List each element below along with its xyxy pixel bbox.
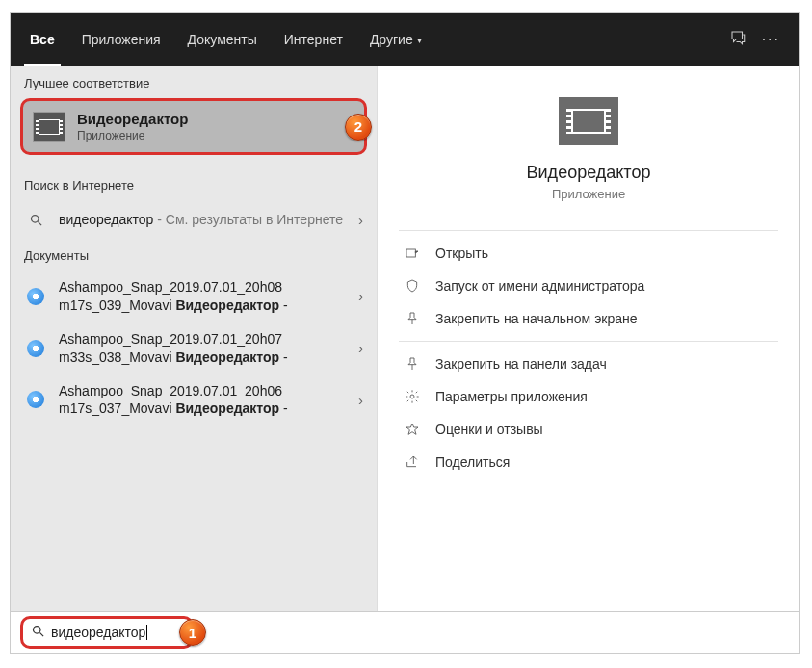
annotation-badge-1: 1 xyxy=(179,619,206,646)
search-icon xyxy=(31,624,45,642)
search-bar: видеоредактор 1 xyxy=(11,611,799,653)
document-item[interactable]: Ashampoo_Snap_2019.07.01_20h07 m33s_038_… xyxy=(11,322,377,374)
detail-title: Видеоредактор xyxy=(527,163,651,183)
search-panel: Все Приложения Документы Интернет Другие… xyxy=(10,12,800,654)
action-run-admin[interactable]: Запуск от имени администратора xyxy=(378,270,799,302)
document-item[interactable]: Ashampoo_Snap_2019.07.01_20h08 m17s_039_… xyxy=(11,270,377,322)
action-open[interactable]: Открыть xyxy=(378,237,799,270)
feedback-icon[interactable] xyxy=(729,29,747,50)
film-icon xyxy=(571,109,606,134)
filter-tabs-bar: Все Приложения Документы Интернет Другие… xyxy=(11,13,799,66)
action-pin-taskbar[interactable]: Закрепить на панели задач xyxy=(378,347,799,380)
svg-rect-2 xyxy=(406,249,415,257)
document-item[interactable]: Ashampoo_Snap_2019.07.01_20h06 m17s_037_… xyxy=(11,374,377,426)
detail-pane: Видеоредактор Приложение Открыть Запуск … xyxy=(377,66,799,611)
svg-point-5 xyxy=(410,395,414,398)
web-suffix: - См. результаты в Интернете xyxy=(153,212,343,227)
best-match-item[interactable]: Видеоредактор Приложение 2 xyxy=(20,98,367,155)
svg-point-0 xyxy=(31,215,39,222)
divider xyxy=(399,341,778,342)
chevron-right-icon[interactable]: › xyxy=(358,340,363,356)
app-icon-large xyxy=(559,97,618,145)
chevron-down-icon: ▾ xyxy=(417,35,422,45)
document-icon xyxy=(24,337,47,360)
results-pane: Лучшее соответствие Видеоредактор Прилож… xyxy=(11,66,377,611)
svg-line-1 xyxy=(38,221,41,225)
best-match-subtitle: Приложение xyxy=(77,129,188,142)
search-input[interactable]: видеоредактор 1 xyxy=(20,616,194,649)
tab-all[interactable]: Все xyxy=(16,13,68,66)
search-icon xyxy=(24,208,47,231)
open-icon xyxy=(403,245,422,261)
search-query: видеоредактор xyxy=(51,625,145,640)
detail-subtitle: Приложение xyxy=(552,187,625,201)
share-icon xyxy=(403,454,422,470)
action-app-settings[interactable]: Параметры приложения xyxy=(378,380,799,413)
documents-header: Документы xyxy=(11,239,377,270)
pin-taskbar-icon xyxy=(403,356,422,372)
tab-more[interactable]: Другие▾ xyxy=(356,13,435,66)
text-caret xyxy=(146,625,147,640)
action-rate-review[interactable]: Оценки и отзывы xyxy=(378,413,799,446)
app-icon xyxy=(33,112,65,142)
web-query: видеоредактор xyxy=(59,212,153,227)
chevron-right-icon[interactable]: › xyxy=(358,212,363,228)
tab-apps[interactable]: Приложения xyxy=(68,13,174,66)
svg-line-8 xyxy=(39,632,43,636)
options-button[interactable]: ··· xyxy=(762,31,780,48)
web-search-header: Поиск в Интернете xyxy=(11,168,377,200)
pin-start-icon xyxy=(403,311,422,326)
tab-web[interactable]: Интернет xyxy=(271,13,356,66)
action-share[interactable]: Поделиться xyxy=(378,446,799,478)
web-search-item[interactable]: видеоредактор - См. результаты в Интерне… xyxy=(11,200,377,239)
gear-icon xyxy=(403,389,422,404)
film-icon xyxy=(39,119,60,135)
svg-point-7 xyxy=(34,626,41,633)
best-match-header: Лучшее соответствие xyxy=(11,66,377,98)
document-icon xyxy=(24,285,47,308)
chevron-right-icon[interactable]: › xyxy=(358,392,363,408)
document-icon xyxy=(24,388,47,411)
tab-documents[interactable]: Документы xyxy=(174,13,271,66)
divider xyxy=(399,230,778,231)
detail-hero: Видеоредактор Приложение xyxy=(378,66,799,224)
star-icon xyxy=(403,422,422,437)
main-area: Лучшее соответствие Видеоредактор Прилож… xyxy=(11,66,799,611)
admin-icon xyxy=(403,278,422,294)
best-match-title: Видеоредактор xyxy=(77,111,188,127)
chevron-right-icon[interactable]: › xyxy=(358,288,363,304)
action-pin-start[interactable]: Закрепить на начальном экране xyxy=(378,302,799,335)
annotation-badge-2: 2 xyxy=(345,114,372,141)
